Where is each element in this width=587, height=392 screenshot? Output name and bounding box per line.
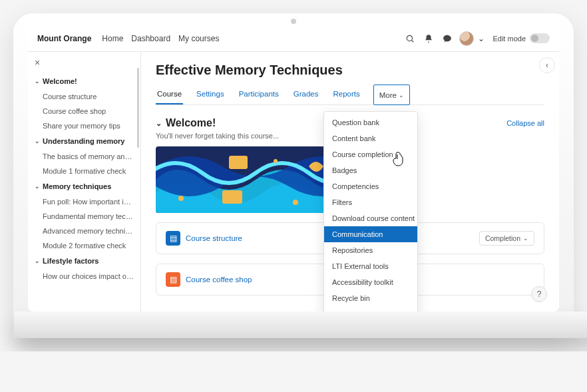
chevron-down-icon: ⌄ bbox=[156, 119, 162, 128]
close-icon[interactable]: × bbox=[28, 52, 140, 73]
collapse-all-link[interactable]: Collapse all bbox=[506, 119, 544, 127]
sidebar-item[interactable]: Course structure bbox=[28, 89, 140, 104]
sidebar-item[interactable]: Fun poll: How important is ... bbox=[28, 194, 140, 209]
nav-home[interactable]: Home bbox=[102, 34, 123, 43]
sidebar-section[interactable]: ⌄Memory techniques bbox=[28, 178, 140, 194]
edit-mode-toggle[interactable]: Edit mode bbox=[492, 33, 550, 43]
more-dropdown: Question bankContent bankCourse completi… bbox=[323, 111, 418, 311]
edit-mode-label: Edit mode bbox=[492, 35, 526, 43]
search-icon[interactable] bbox=[401, 29, 419, 48]
brand[interactable]: Mount Orange bbox=[37, 34, 91, 43]
user-menu-chevron-icon[interactable]: ⌄ bbox=[477, 29, 486, 48]
svg-rect-4 bbox=[229, 156, 248, 169]
more-menu-item[interactable]: Course completion bbox=[324, 146, 417, 162]
more-menu-item[interactable]: LTI External tools bbox=[324, 258, 417, 274]
main-content: ‹ Effective Memory Techniques Course Set… bbox=[141, 52, 559, 311]
sidebar-item[interactable]: Module 1 formative check bbox=[28, 164, 140, 178]
avatar[interactable] bbox=[459, 31, 474, 46]
svg-line-1 bbox=[412, 40, 414, 42]
sidebar-item[interactable]: The basics of memory and ... bbox=[28, 149, 140, 164]
chevron-down-icon: ⌄ bbox=[399, 92, 404, 98]
sidebar-section-title: Memory techniques bbox=[43, 182, 111, 190]
more-menu-item[interactable]: Download course content bbox=[324, 210, 417, 226]
help-icon[interactable]: ? bbox=[531, 286, 547, 302]
sidebar-item[interactable]: Module 2 formative check bbox=[28, 238, 140, 253]
sidebar-item[interactable]: Course coffee shop bbox=[28, 104, 140, 118]
more-menu-item[interactable]: Communication bbox=[324, 226, 417, 242]
sidebar-section[interactable]: ⌄Lifestyle factors bbox=[28, 253, 140, 269]
sidebar-item[interactable]: Advanced memory techniq... bbox=[28, 224, 140, 238]
activity-icon: ▤ bbox=[166, 272, 180, 287]
tab-more-label: More bbox=[379, 91, 397, 99]
hero-image bbox=[156, 146, 349, 213]
svg-point-6 bbox=[178, 196, 184, 201]
nav-dashboard[interactable]: Dashboard bbox=[131, 34, 170, 43]
activity-icon: ▤ bbox=[166, 231, 180, 246]
more-menu-item[interactable]: Question bank bbox=[324, 114, 417, 130]
svg-point-8 bbox=[293, 200, 298, 205]
course-sidebar: × ⌄Welcome!Course structureCourse coffee… bbox=[28, 52, 141, 311]
more-menu-item[interactable]: Filters bbox=[324, 194, 417, 210]
tab-reports[interactable]: Reports bbox=[331, 85, 361, 104]
more-menu-item[interactable]: Accessibility toolkit bbox=[324, 274, 417, 290]
tab-participants[interactable]: Participants bbox=[238, 85, 280, 104]
more-menu-item[interactable]: Competencies bbox=[324, 178, 417, 194]
course-tabs: Course Settings Participants Grades Repo… bbox=[156, 85, 544, 105]
chevron-down-icon: ⌄ bbox=[35, 78, 40, 85]
tab-settings[interactable]: Settings bbox=[195, 85, 226, 104]
tab-course[interactable]: Course bbox=[156, 85, 183, 104]
activity-link[interactable]: Course coffee shop bbox=[186, 276, 252, 284]
svg-rect-5 bbox=[222, 190, 242, 204]
drawer-toggle-icon[interactable]: ‹ bbox=[539, 57, 555, 73]
more-menu-item[interactable]: Course reuse bbox=[324, 306, 417, 311]
sidebar-item[interactable]: How our choices impact ou... bbox=[28, 269, 140, 284]
tab-grades[interactable]: Grades bbox=[292, 85, 320, 104]
messages-icon[interactable] bbox=[438, 29, 457, 48]
scrollbar[interactable] bbox=[137, 68, 139, 148]
nav-my-courses[interactable]: My courses bbox=[178, 34, 219, 43]
chevron-down-icon: ⌄ bbox=[35, 258, 40, 264]
sidebar-item[interactable]: Fundamental memory tech... bbox=[28, 209, 140, 224]
svg-point-0 bbox=[407, 35, 413, 41]
sidebar-section[interactable]: ⌄Understanding memory bbox=[28, 133, 140, 149]
sidebar-section[interactable]: ⌄Welcome! bbox=[28, 73, 140, 89]
section-heading[interactable]: ⌄ Welcome! bbox=[156, 117, 216, 129]
activity-link[interactable]: Course structure bbox=[186, 234, 242, 242]
sidebar-item[interactable]: Share your memory tips bbox=[28, 118, 140, 133]
more-menu-item[interactable]: Badges bbox=[324, 162, 417, 178]
more-menu-item[interactable]: Recycle bin bbox=[324, 290, 417, 306]
sidebar-section-title: Welcome! bbox=[43, 77, 77, 85]
sidebar-section-title: Understanding memory bbox=[43, 137, 124, 145]
chevron-down-icon: ⌄ bbox=[35, 183, 40, 190]
more-menu-item[interactable]: Content bank bbox=[324, 130, 417, 146]
more-menu-item[interactable]: Repositories bbox=[324, 242, 417, 258]
svg-point-7 bbox=[274, 159, 278, 163]
completion-button[interactable]: Completion ⌄ bbox=[479, 231, 534, 246]
bell-icon[interactable] bbox=[419, 29, 438, 48]
toggle-icon[interactable] bbox=[530, 33, 550, 43]
page-title: Effective Memory Techniques bbox=[156, 63, 544, 78]
chevron-down-icon: ⌄ bbox=[523, 235, 528, 242]
chevron-down-icon: ⌄ bbox=[35, 138, 40, 144]
welcome-heading: Welcome! bbox=[166, 117, 216, 129]
sidebar-section-title: Lifestyle factors bbox=[43, 257, 98, 265]
top-nav: Mount Orange Home Dashboard My courses ⌄… bbox=[28, 25, 559, 52]
tab-more[interactable]: More ⌄ bbox=[373, 85, 410, 105]
